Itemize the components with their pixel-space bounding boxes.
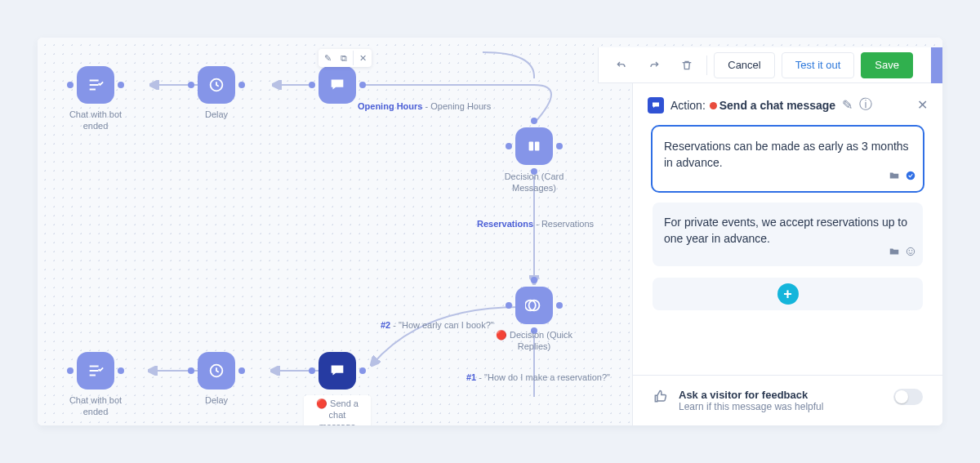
caption-delay-bottom: Delay xyxy=(189,395,243,407)
svg-point-6 xyxy=(906,171,915,180)
header-toolbar: Cancel Test it out Save xyxy=(598,47,942,83)
label-reservations: Reservations - Reservations xyxy=(477,219,594,229)
feedback-section: Ask a visitor for feedback Learn if this… xyxy=(633,375,942,425)
record-dot-icon xyxy=(710,102,717,109)
message-block-2[interactable]: For private events, we accept reservatio… xyxy=(653,203,923,267)
svg-rect-2 xyxy=(535,142,540,151)
svg-point-8 xyxy=(909,250,910,251)
node-decision-cards[interactable] xyxy=(515,127,553,165)
feedback-subtitle: Learn if this message was helpful xyxy=(679,401,823,412)
message-text: For private events, we accept reservatio… xyxy=(664,216,907,245)
node-delay-top[interactable] xyxy=(198,66,235,104)
feedback-toggle[interactable] xyxy=(893,389,923,405)
folder-icon[interactable] xyxy=(889,245,900,261)
label-opening-hours: Opening Hours - Opening Hours xyxy=(358,101,491,111)
svg-point-9 xyxy=(911,250,912,251)
svg-point-7 xyxy=(906,247,914,255)
emoji-icon[interactable] xyxy=(905,245,916,261)
add-message-button[interactable]: + xyxy=(777,283,799,305)
chat-icon xyxy=(648,97,664,114)
node-decision-quick-replies[interactable] xyxy=(515,287,553,324)
node-mini-toolbar[interactable]: ✎ ⧉ ✕ xyxy=(318,49,372,67)
node-delay-bottom[interactable] xyxy=(198,352,235,390)
node-chat-top[interactable] xyxy=(318,66,356,104)
folder-icon[interactable] xyxy=(889,169,900,185)
label-branch-2: #2 - "How early can I book?" xyxy=(381,320,494,330)
copy-icon[interactable]: ⧉ xyxy=(336,51,351,65)
label-branch-1: #1 - "How do I make a reservation?" xyxy=(466,372,610,382)
cancel-button[interactable]: Cancel xyxy=(714,52,774,78)
thumbs-icon xyxy=(653,389,669,408)
message-text: Reservations can be made as early as 3 m… xyxy=(664,140,909,169)
app-frame: Chat with bot ended Delay ✎ ⧉ ✕ Opening … xyxy=(38,38,942,425)
action-panel: Action: Send a chat message ✎ ⓘ ✕ Reserv… xyxy=(632,83,942,425)
node-chat-ended-bottom[interactable] xyxy=(77,352,114,390)
caption-quick-replies: 🔴 Decision (Quick Replies) xyxy=(493,330,575,353)
panel-body: Reservations can be made as early as 3 m… xyxy=(633,127,942,375)
feedback-title: Ask a visitor for feedback xyxy=(679,389,823,401)
close-icon[interactable]: ✕ xyxy=(355,51,370,65)
test-button[interactable]: Test it out xyxy=(782,52,855,78)
help-icon[interactable]: ⓘ xyxy=(859,96,872,114)
check-badge-icon xyxy=(905,169,916,185)
close-panel-icon[interactable]: ✕ xyxy=(917,97,928,113)
redo-icon[interactable] xyxy=(641,52,667,78)
svg-rect-1 xyxy=(529,142,534,151)
caption-chat-ended-top: Chat with bot ended xyxy=(60,109,131,132)
edit-icon[interactable]: ✎ xyxy=(320,51,335,65)
panel-title: Action: Send a chat message xyxy=(670,99,835,112)
caption-delay-top: Delay xyxy=(189,109,243,121)
trash-icon[interactable] xyxy=(674,52,700,78)
panel-header: Action: Send a chat message ✎ ⓘ ✕ xyxy=(633,83,942,127)
edit-icon[interactable]: ✎ xyxy=(842,97,853,113)
add-message-row: + xyxy=(653,278,923,310)
caption-chat-ended-bottom: Chat with bot ended xyxy=(60,395,131,418)
message-block-1[interactable]: Reservations can be made as early as 3 m… xyxy=(653,127,923,191)
caption-decision-cards: Decision (Card Messages) xyxy=(495,171,573,194)
undo-icon[interactable] xyxy=(608,52,635,78)
save-button[interactable]: Save xyxy=(861,52,913,78)
caption-send-chat: 🔴 Send a chat message xyxy=(304,395,371,425)
node-send-chat[interactable] xyxy=(318,352,356,390)
panel-tab-peek xyxy=(931,47,942,83)
node-chat-ended-top[interactable] xyxy=(77,66,114,104)
